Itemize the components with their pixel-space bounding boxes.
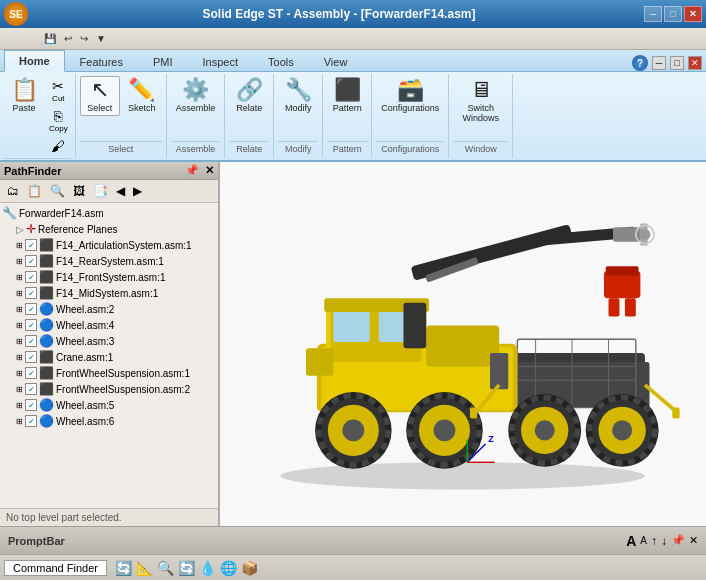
check-4[interactable]: ✓ [25,303,37,315]
list-item[interactable]: ⊞ ✓ ⬛ F14_ArticulationSystem.asm:1 [0,237,218,253]
tab-tools[interactable]: Tools [253,51,309,72]
relate-button[interactable]: 🔗 Relate [229,76,269,116]
item-label-0: F14_ArticulationSystem.asm:1 [56,240,192,251]
paste-button[interactable]: 📋 Paste [4,76,44,116]
tab-view[interactable]: View [309,51,363,72]
promptbar-pin-button[interactable]: 📌 [671,534,685,547]
paste-icon: 📋 [11,79,38,101]
status-icon-globe[interactable]: 🌐 [220,560,237,576]
tab-home[interactable]: Home [4,50,65,72]
item-label-5: Wheel.asm:4 [56,320,114,331]
pathfinder-pin-button[interactable]: 📌 [185,164,199,177]
list-item[interactable]: ⊞ ✓ 🔵 Wheel.asm:5 [0,397,218,413]
maximize-button[interactable]: □ [664,6,682,22]
help-button[interactable]: ? [632,55,648,71]
font-size-small-button[interactable]: A [640,535,647,546]
tree-root[interactable]: 🔧 ForwarderF14.asm [0,205,218,221]
check-7[interactable]: ✓ [25,351,37,363]
pf-toolbar-btn-1[interactable]: 🗂 [4,182,22,200]
pf-toolbar-btn-3[interactable]: 🔍 [47,182,68,200]
customize-qat-button[interactable]: ▼ [92,31,110,46]
check-8[interactable]: ✓ [25,367,37,379]
pf-toolbar-btn-2[interactable]: 📋 [24,182,45,200]
title-bar: SE Solid Edge ST - Assembly - [Forwarder… [0,0,706,28]
minimize-button[interactable]: ─ [644,6,662,22]
undo-button[interactable]: ↩ [60,31,76,46]
list-item[interactable]: ⊞ ✓ 🔵 Wheel.asm:2 [0,301,218,317]
pattern-button[interactable]: ⬛ Pattern [327,76,367,116]
check-2[interactable]: ✓ [25,271,37,283]
root-label: ForwarderF14.asm [19,208,103,219]
check-11[interactable]: ✓ [25,415,37,427]
status-icon-measure[interactable]: 📐 [136,560,153,576]
list-item[interactable]: ⊞ ✓ ⬛ F14_RearSystem.asm:1 [0,253,218,269]
check-9[interactable]: ✓ [25,383,37,395]
status-bar: Command Finder 🔄 📐 🔍 🔄 💧 🌐 📦 [0,554,706,580]
check-1[interactable]: ✓ [25,255,37,267]
format-painter-button[interactable]: 🖌 [46,136,71,156]
expand-icon-11: ⊞ [16,417,23,426]
save-button[interactable]: 💾 [40,31,60,46]
check-6[interactable]: ✓ [25,335,37,347]
close-button[interactable]: ✕ [684,6,702,22]
status-icon-water[interactable]: 💧 [199,560,216,576]
status-icon-package[interactable]: 📦 [241,560,258,576]
status-icon-zoom[interactable]: 🔍 [157,560,174,576]
list-item[interactable]: ⊞ ✓ ⬛ F14_FrontSystem.asm:1 [0,269,218,285]
status-icon-rotate[interactable]: 🔄 [178,560,195,576]
command-finder[interactable]: Command Finder [4,560,107,576]
promptbar-arrow-up-button[interactable]: ↑ [651,534,657,548]
item-label-10: Wheel.asm:5 [56,400,114,411]
pf-toolbar-btn-5[interactable]: 📑 [90,182,111,200]
item-label-6: Wheel.asm:3 [56,336,114,347]
select-button[interactable]: ↖ Select [80,76,120,116]
tab-features[interactable]: Features [65,51,138,72]
switch-windows-icon: 🖥 [470,79,492,101]
item-icon-8: ⬛ [39,366,54,380]
copy-button[interactable]: ⎘ Copy [46,106,71,135]
switch-windows-button[interactable]: 🖥 Switch Windows [453,76,508,126]
cut-icon: ✂ [52,78,64,94]
list-item[interactable]: ⊞ ✓ 🔵 Wheel.asm:3 [0,333,218,349]
font-size-large-button[interactable]: A [626,533,636,549]
list-item[interactable]: ⊞ ✓ ⬛ Crane.asm:1 [0,349,218,365]
expand-icon-1: ⊞ [16,257,23,266]
configurations-button[interactable]: 🗃️ Configurations [376,76,444,116]
check-10[interactable]: ✓ [25,399,37,411]
redo-button[interactable]: ↪ [76,31,92,46]
promptbar-arrow-down-button[interactable]: ↓ [661,534,667,548]
list-item[interactable]: ⊞ ✓ ⬛ F14_MidSystem.asm:1 [0,285,218,301]
assemble-button[interactable]: ⚙️ Assemble [171,76,221,116]
tab-pmi[interactable]: PMI [138,51,188,72]
tree-reference-planes[interactable]: ▷ ✛ Reference Planes [0,221,218,237]
quick-access-toolbar: 💾 ↩ ↪ ▼ [0,28,706,50]
ribbon-minimize-button[interactable]: ─ [652,56,666,70]
list-item[interactable]: ⊞ ✓ 🔵 Wheel.asm:6 [0,413,218,429]
pf-toolbar-btn-next[interactable]: ▶ [130,182,145,200]
cut-button[interactable]: ✂ Cut [46,76,71,105]
promptbar-close-button[interactable]: ✕ [689,534,698,547]
expand-icon-5: ⊞ [16,321,23,330]
ribbon-close-button[interactable]: ✕ [688,56,702,70]
pathfinder-close-button[interactable]: ✕ [205,164,214,177]
pf-toolbar-btn-prev[interactable]: ◀ [113,182,128,200]
check-3[interactable]: ✓ [25,287,37,299]
status-icon-refresh[interactable]: 🔄 [115,560,132,576]
list-item[interactable]: ⊞ ✓ ⬛ FrontWheelSuspension.asm:1 [0,365,218,381]
check-5[interactable]: ✓ [25,319,37,331]
tab-inspect[interactable]: Inspect [188,51,253,72]
svg-point-34 [343,420,365,442]
ref-planes-expand: ▷ [16,224,24,235]
check-0[interactable]: ✓ [25,239,37,251]
promptbar-label: PromptBar [8,535,65,547]
pathfinder-controls: 📌 ✕ [185,164,214,177]
ribbon-right-controls: ? ─ □ ✕ [632,55,702,71]
ribbon-restore-button[interactable]: □ [670,56,684,70]
pf-toolbar-btn-4[interactable]: 🖼 [70,182,88,200]
modify-button[interactable]: 🔧 Modify [278,76,318,116]
sketch-button[interactable]: ✏️ Sketch [122,76,162,116]
select-group-label: Select [80,141,162,156]
list-item[interactable]: ⊞ ✓ 🔵 Wheel.asm:4 [0,317,218,333]
viewport[interactable]: Z [220,162,706,526]
list-item[interactable]: ⊞ ✓ ⬛ FrontWheelSuspension.asm:2 [0,381,218,397]
